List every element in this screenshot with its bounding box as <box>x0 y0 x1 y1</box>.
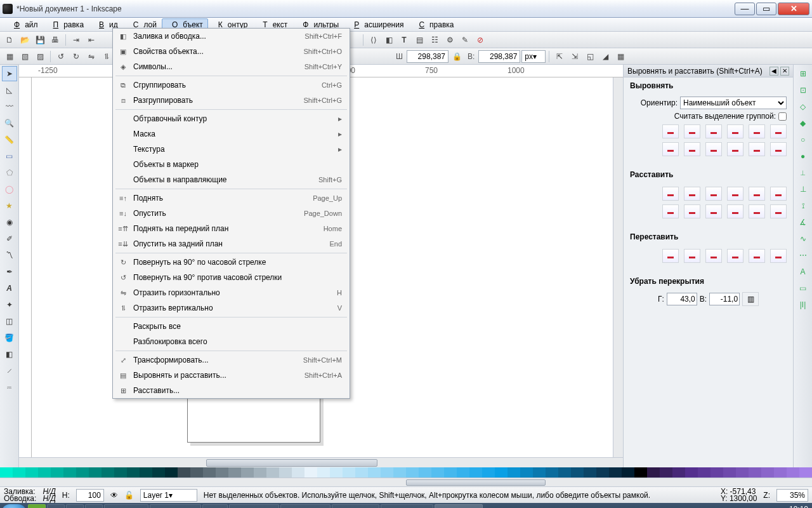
maximize-button[interactable]: ▭ <box>756 3 776 15</box>
snap-option[interactable]: ▭ <box>796 281 811 296</box>
save-icon[interactable]: 💾 <box>33 33 47 47</box>
align-button[interactable]: ▬ <box>705 249 722 263</box>
affect-move-icon[interactable]: ⇱ <box>553 50 566 64</box>
rotate-ccw-icon[interactable]: ↺ <box>54 50 68 64</box>
swatch[interactable] <box>799 467 812 478</box>
calligraphy-tool[interactable]: ✒ <box>2 264 17 279</box>
print-icon[interactable]: 🖶 <box>48 33 62 47</box>
menu-item[interactable]: ≡↓ОпуститьPage_Down <box>113 206 350 221</box>
layer-select[interactable]: Layer 1 ▾ <box>140 489 197 502</box>
menu-item[interactable]: ⊞Расставить... <box>113 383 350 398</box>
start-button[interactable] <box>1 504 27 508</box>
menu-item[interactable]: Текстура▸ <box>113 142 350 157</box>
rotate-cw-icon[interactable]: ↻ <box>69 50 83 64</box>
selector-tool[interactable]: ➤ <box>2 66 17 81</box>
open-file-icon[interactable]: 📂 <box>18 33 32 47</box>
swatch[interactable] <box>140 467 152 478</box>
snap-option[interactable]: ◇ <box>796 99 811 114</box>
swatch[interactable] <box>419 467 431 478</box>
align-button[interactable]: ▬ <box>770 249 787 263</box>
align-button[interactable]: ▬ <box>705 142 722 156</box>
swatch[interactable] <box>190 467 203 478</box>
swatch[interactable] <box>38 467 51 478</box>
lock-aspect-icon[interactable]: 🔒 <box>450 50 464 64</box>
swatch[interactable] <box>228 467 241 478</box>
swatch[interactable] <box>584 467 596 478</box>
taskbar-task[interactable]: Съем... <box>150 504 201 508</box>
align-button[interactable]: ▬ <box>684 204 700 218</box>
swatch[interactable] <box>343 467 355 478</box>
align-button[interactable]: ▬ <box>749 142 765 156</box>
taskbar-task[interactable]: 23 ур... <box>229 504 279 508</box>
gradient-tool[interactable]: ◧ <box>2 347 17 362</box>
fill-stroke-icon[interactable]: ◧ <box>382 33 396 47</box>
swatch[interactable] <box>660 467 672 478</box>
flip-v-icon[interactable]: ⥮ <box>100 50 114 64</box>
eraser-tool[interactable]: ◫ <box>2 314 17 329</box>
taskbar-task[interactable] <box>202 504 228 508</box>
align-button[interactable]: ▬ <box>770 204 787 218</box>
snap-option[interactable]: ● <box>796 149 811 164</box>
menu-item[interactable]: ↺Повернуть на 90° против часовой стрелки <box>113 270 350 285</box>
swatch[interactable] <box>571 467 584 478</box>
align-button[interactable]: ▬ <box>684 124 700 138</box>
swatch[interactable] <box>89 467 102 478</box>
swatch[interactable] <box>317 467 330 478</box>
new-file-icon[interactable]: 🗋 <box>3 33 16 47</box>
select-all-icon[interactable]: ▦ <box>3 50 16 64</box>
swatch[interactable] <box>355 467 368 478</box>
star-tool[interactable]: ★ <box>2 198 17 213</box>
unit-select[interactable]: px ▾ <box>521 50 546 63</box>
menu-item[interactable]: ⤢Трансформировать...Shift+Ctrl+M <box>113 352 350 368</box>
zoom-field[interactable] <box>776 489 808 502</box>
clock[interactable]: 19:10 22.02.2016 <box>770 505 808 508</box>
swatch[interactable] <box>723 467 736 478</box>
menu-item[interactable]: ≡⇈Поднять на передний планHome <box>113 221 350 236</box>
close-doc-icon[interactable]: ⊘ <box>473 33 487 47</box>
menu-item[interactable]: ◧Заливка и обводка...Shift+Ctrl+F <box>113 29 350 44</box>
swatch[interactable] <box>622 467 634 478</box>
pencil-tool[interactable]: ✐ <box>2 231 17 246</box>
snap-option[interactable]: |I| <box>796 297 811 312</box>
swatch[interactable] <box>533 467 546 478</box>
swatch[interactable] <box>596 467 609 478</box>
menu-item[interactable]: ⇋Отразить горизонтальноH <box>113 285 350 300</box>
swatch[interactable] <box>216 467 228 478</box>
swatch[interactable] <box>761 467 774 478</box>
swatch[interactable] <box>393 467 406 478</box>
menu-item[interactable]: ⥮Отразить вертикальноV <box>113 300 350 316</box>
swatch[interactable] <box>178 467 190 478</box>
connector-tool[interactable]: ⎓ <box>2 380 17 395</box>
horizontal-scrollbar[interactable] <box>19 457 623 467</box>
swatch[interactable] <box>444 467 457 478</box>
zoom-tool[interactable]: 🔍 <box>2 116 17 131</box>
swatch[interactable] <box>546 467 558 478</box>
dock-detach-icon[interactable]: ◀ <box>769 67 778 76</box>
align-icon[interactable]: ☷ <box>428 33 442 47</box>
menu-item[interactable]: Объекты в маркер <box>113 157 350 172</box>
swatch[interactable] <box>13 467 25 478</box>
visibility-icon[interactable]: 👁 <box>110 491 118 500</box>
menu-item[interactable]: ≡⇊Опустить на задний планEnd <box>113 236 350 251</box>
swatch[interactable] <box>152 467 165 478</box>
menu-item[interactable]: ≡↑ПоднятьPage_Up <box>113 190 350 206</box>
menu-Файл[interactable]: Файл <box>4 18 43 31</box>
swatch[interactable] <box>482 467 495 478</box>
menu-Справка[interactable]: Справка <box>409 18 459 31</box>
swatch[interactable] <box>558 467 571 478</box>
color-palette[interactable] <box>0 467 812 478</box>
swatch[interactable] <box>647 467 660 478</box>
gap-h-input[interactable] <box>667 293 697 305</box>
align-button[interactable]: ▬ <box>705 204 722 218</box>
snap-option[interactable]: ⊥ <box>796 182 811 197</box>
swatch[interactable] <box>634 467 647 478</box>
swatch[interactable] <box>114 467 127 478</box>
prefs-icon[interactable]: ⚙ <box>443 33 457 47</box>
menu-item[interactable]: Объекты в направляющиеShift+G <box>113 172 350 187</box>
menu-item[interactable]: ⧉СгруппироватьCtrl+G <box>113 77 350 93</box>
pinned-app[interactable]: ◐ <box>85 504 103 508</box>
swatch[interactable] <box>749 467 761 478</box>
align-button[interactable]: ▬ <box>684 187 700 201</box>
swatch[interactable] <box>736 467 749 478</box>
align-button[interactable]: ▬ <box>727 142 743 156</box>
